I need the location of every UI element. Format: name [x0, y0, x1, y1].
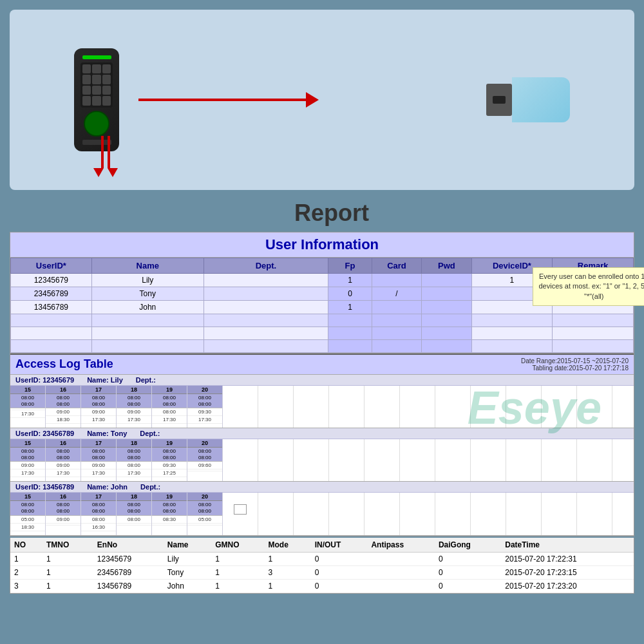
cell-card [372, 340, 421, 353]
cell-card [372, 314, 421, 327]
log-day-col: 15 08:0008:00 17:30 [10, 386, 46, 428]
user-log-dept: Dept.: [140, 483, 160, 491]
cell-mode: 1 [264, 552, 310, 565]
usb-body [512, 77, 570, 122]
log-day-subheader: 08:0008:00 [81, 501, 116, 515]
cell-no: 1 [10, 552, 43, 565]
cell-name [91, 340, 204, 353]
user-log-name: Name: Tony [87, 430, 127, 437]
log-empty-col [471, 493, 506, 535]
log-day-col: 16 08:0008:00 09:00 17:30 [46, 439, 81, 481]
table-row: 1 1 12345679 Lily 1 1 0 0 2015-07-20 17:… [10, 552, 634, 565]
cell-name: Tony [164, 565, 211, 579]
user-log-header: UserID: 13456789 Name: John Dept.: [10, 482, 634, 493]
log-cell-time1: 09:00 [46, 408, 80, 416]
log-day-subheader: 08:0008:00 [46, 448, 80, 462]
cell-enno: 23456789 [93, 565, 164, 579]
user-info-table: UserID* Name Dept. Fp Card Pwd DeviceID*… [10, 258, 634, 353]
log-day-col: 20 08:0008:00 05:00 [187, 493, 223, 535]
log-empty-col [471, 439, 506, 481]
log-day-cells: 09:30 17:30 [187, 408, 222, 428]
log-cell-time2 [187, 524, 222, 526]
log-day-col: 16 08:0008:00 09:00 18:30 [46, 386, 81, 428]
cell-card: / [372, 287, 421, 301]
log-day-col: 17 08:0008:00 09:00 17:30 [81, 386, 117, 428]
cell-userid [11, 327, 92, 340]
cell-userid: 23456789 [11, 287, 92, 301]
log-day-subheader: 08:0008:00 [152, 448, 187, 462]
log-day-col: 15 08:0008:00 05:00 18:30 [10, 493, 46, 535]
th-name: Name [91, 258, 204, 274]
log-cell-time1: 09:00 [81, 462, 116, 469]
cell-no: 3 [10, 579, 43, 592]
log-day-col: 16 08:0008:00 09:00 [46, 493, 81, 535]
bottom-log-section: NO TMNO EnNo Name GMNO Mode IN/OUT Antip… [10, 538, 634, 594]
log-cell-time1: 08:00 [152, 408, 187, 416]
user-info-title: User Information [10, 232, 634, 258]
log-day-col: 20 08:0008:00 09:30 17:30 [187, 386, 223, 428]
cell-name: Lily [91, 274, 204, 287]
log-cell-time2: 17:30 [46, 469, 80, 477]
log-day-header: 20 [187, 439, 222, 448]
log-day-header: 20 [187, 493, 222, 501]
log-empty-col [542, 386, 577, 428]
report-label: Report [0, 200, 644, 227]
cell-fp: 1 [328, 301, 372, 314]
th-inout: IN/OUT [311, 538, 368, 553]
log-cell-time2: 17:30 [117, 469, 151, 477]
log-day-col: 20 08:0008:00 09:60 [187, 439, 223, 481]
log-day-header: 15 [10, 493, 45, 501]
log-day-subheader: 08:0008:00 [152, 394, 187, 408]
log-cell-time1: 09:00 [117, 408, 151, 416]
log-empty-col [329, 386, 365, 428]
log-empty-col [365, 439, 400, 481]
cell-pwd [422, 287, 471, 301]
log-day-col: 19 08:0008:00 08:30 [152, 493, 187, 535]
log-day-subheader: 08:0008:00 [46, 501, 80, 515]
cell-dept [204, 301, 328, 314]
user-info-container: User Information UserID* Name Dept. Fp C… [10, 232, 634, 354]
log-day-col: 17 08:0008:00 08:00 16:30 [81, 493, 117, 535]
diagram-area [10, 10, 634, 190]
cell-card [372, 327, 421, 340]
user-log-header: UserID: 23456789 Name: Tony Dept.: [10, 428, 634, 439]
th-antipass: Antipass [367, 538, 434, 553]
cell-mode: 3 [264, 565, 310, 579]
cell-gmno: 1 [211, 565, 264, 579]
log-day-header: 19 [152, 386, 187, 394]
log-day-col: 15 08:0008:00 09:00 17:30 [10, 439, 46, 481]
log-grid-wrapper: 15 08:0008:00 05:00 18:30 16 08:0008:00 … [10, 493, 634, 535]
cell-dept [204, 314, 328, 327]
user-log-name: Name: John [87, 483, 128, 491]
user-log-section: UserID: 13456789 Name: John Dept.: 15 08… [10, 482, 634, 535]
cell-fp [328, 314, 372, 327]
fingerprint-sensor [84, 111, 109, 137]
log-empty-col [577, 439, 612, 481]
user-log-section: UserID: 23456789 Name: Tony Dept.: 15 08… [10, 428, 634, 482]
log-day-cells: 09:30 17:25 [152, 462, 187, 481]
cell-inout: 0 [311, 565, 368, 579]
cell-name: John [164, 579, 211, 592]
th-tmno: TMNO [43, 538, 93, 553]
arrow-line-horizontal [138, 99, 306, 101]
log-day-cells: 09:00 17:30 [46, 462, 80, 481]
log-empty-col [329, 493, 365, 535]
log-day-cells: 09:00 [46, 516, 80, 535]
access-log-container: Access Log Table Date Range:2015-07-15 ~… [10, 354, 634, 536]
arrow-head-down-2-icon [108, 168, 118, 177]
log-cell-time1: 09:00 [10, 462, 45, 469]
log-box-indicator [234, 504, 247, 515]
log-day-header: 16 [46, 439, 80, 448]
log-empty-col [400, 386, 435, 428]
log-day-cells: 05:00 18:30 [10, 516, 45, 535]
arrow-head-down-1-icon [93, 168, 104, 177]
log-day-cells: 09:00 17:30 [10, 462, 45, 481]
th-name: Name [164, 538, 211, 553]
log-cell-time1: 09:00 [46, 462, 80, 469]
log-empty-col [223, 386, 258, 428]
access-log-users-wrapper: UserID: 12345679 Name: Lily Dept.: 15 08… [10, 375, 634, 536]
log-empty-col [577, 493, 612, 535]
log-day-subheader: 08:0008:00 [81, 448, 116, 462]
cell-datetime: 2015-07-20 17:23:20 [501, 579, 634, 592]
log-empty-col [365, 493, 400, 535]
